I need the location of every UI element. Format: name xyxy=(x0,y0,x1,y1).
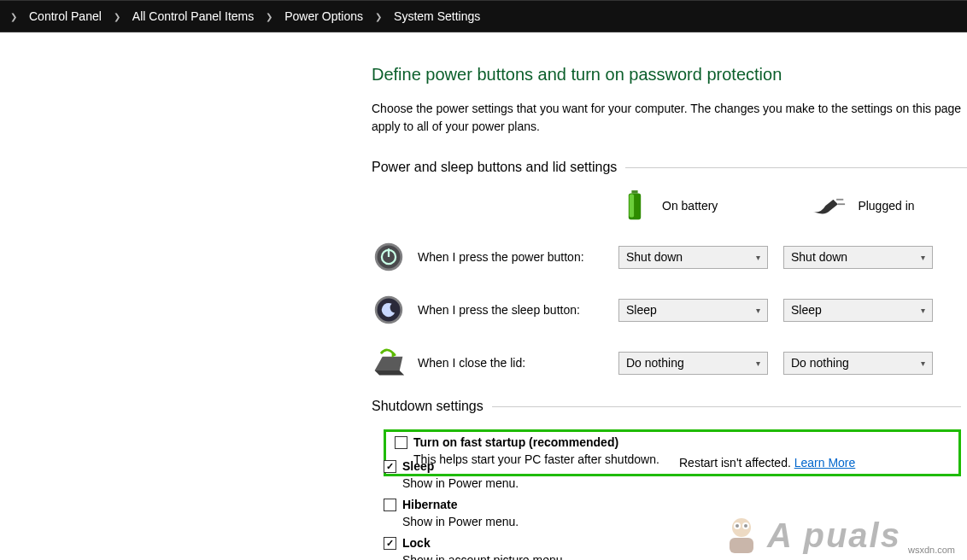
lock-checkbox[interactable] xyxy=(384,537,396,550)
fast-startup-label: Turn on fast startup (recommended) xyxy=(413,435,618,449)
svg-rect-0 xyxy=(631,190,637,194)
lid-label: When I close the lid: xyxy=(418,356,618,370)
column-labels: On battery Plugged in xyxy=(372,190,967,221)
lid-row: When I close the lid: Do nothing ▾ Do no… xyxy=(372,346,967,380)
lid-icon xyxy=(372,346,406,380)
plugged-column-label: Plugged in xyxy=(812,196,914,215)
svg-rect-12 xyxy=(730,538,753,553)
chevron-down-icon: ▾ xyxy=(921,359,925,368)
sleep-button-row: When I press the sleep button: Sleep ▾ S… xyxy=(372,293,967,327)
power-button-label: When I press the power button: xyxy=(418,250,618,264)
main-content: Define power buttons and turn on passwor… xyxy=(0,32,967,560)
hibernate-checkbox[interactable] xyxy=(384,499,396,511)
group-legend-shutdown: Shutdown settings xyxy=(372,399,961,414)
group-legend-buttons: Power and sleep buttons and lid settings xyxy=(372,160,967,175)
sleep-button-label: When I press the sleep button: xyxy=(418,303,618,317)
svg-rect-4 xyxy=(838,203,845,205)
sleep-plugged-select[interactable]: Sleep ▾ xyxy=(783,299,933,322)
svg-rect-2 xyxy=(630,195,634,218)
chevron-right-icon: ❯ xyxy=(5,12,22,21)
plug-icon xyxy=(812,196,846,215)
sleep-button-icon xyxy=(372,293,406,327)
chevron-down-icon: ▾ xyxy=(921,253,925,262)
learn-more-link[interactable]: Learn More xyxy=(794,456,856,470)
chevron-right-icon: ❯ xyxy=(261,12,278,21)
sleep-checkbox[interactable] xyxy=(384,460,396,473)
lid-plugged-select[interactable]: Do nothing ▾ xyxy=(783,352,933,375)
chevron-right-icon: ❯ xyxy=(108,12,126,21)
breadcrumb-item[interactable]: Control Panel xyxy=(22,6,108,26)
breadcrumb: ❯ Control Panel ❯ All Control Panel Item… xyxy=(0,0,967,32)
fast-startup-checkbox[interactable] xyxy=(395,436,407,449)
power-button-row: When I press the power button: Shut down… xyxy=(372,240,967,274)
sleep-battery-select[interactable]: Sleep ▾ xyxy=(618,299,768,322)
chevron-down-icon: ▾ xyxy=(921,306,925,315)
svg-point-16 xyxy=(744,524,747,528)
power-battery-select[interactable]: Shut down ▾ xyxy=(618,246,768,269)
battery-icon xyxy=(619,190,650,221)
svg-point-15 xyxy=(736,524,739,528)
chevron-right-icon: ❯ xyxy=(370,12,387,21)
sleep-setting-label: Sleep xyxy=(402,459,434,473)
avatar-icon xyxy=(721,514,762,555)
breadcrumb-item[interactable]: All Control Panel Items xyxy=(126,6,261,26)
chevron-down-icon: ▾ xyxy=(756,306,760,315)
chevron-down-icon: ▾ xyxy=(756,359,760,368)
chevron-down-icon: ▾ xyxy=(756,253,760,262)
power-plugged-select[interactable]: Shut down ▾ xyxy=(783,246,933,269)
breadcrumb-item[interactable]: Power Options xyxy=(278,6,370,26)
page-title: Define power buttons and turn on passwor… xyxy=(372,65,967,85)
breadcrumb-item[interactable]: System Settings xyxy=(387,6,487,26)
page-description: Choose the power settings that you want … xyxy=(372,100,967,136)
hibernate-setting-label: Hibernate xyxy=(402,498,458,511)
lid-battery-select[interactable]: Do nothing ▾ xyxy=(618,352,768,375)
battery-column-label: On battery xyxy=(619,190,718,221)
power-button-icon xyxy=(372,240,406,274)
watermark: A puals wsxdn.com xyxy=(721,514,955,555)
sleep-setting-desc: Show in Power menu. xyxy=(384,475,961,493)
svg-rect-3 xyxy=(836,199,843,201)
lock-setting-label: Lock xyxy=(402,536,431,550)
